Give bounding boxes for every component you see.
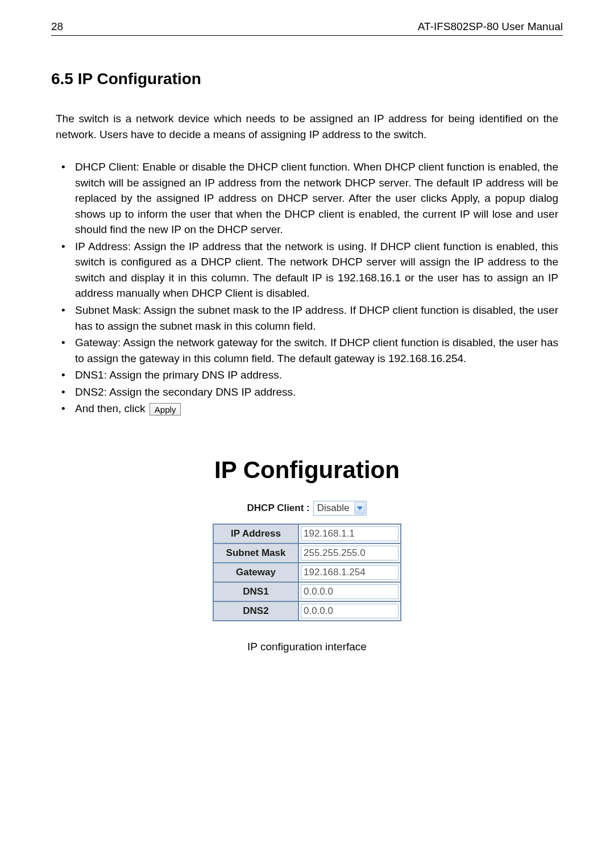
figure-title: IP Configuration — [51, 456, 563, 484]
table-row: DNS1 — [213, 582, 401, 601]
ip-address-label: IP Address — [213, 524, 298, 543]
list-item: And then, click Apply — [56, 401, 558, 417]
dns2-label: DNS2 — [213, 601, 298, 621]
dhcp-client-row: DHCP Client : Disable — [247, 501, 367, 516]
dhcp-client-select[interactable]: Disable — [313, 501, 367, 516]
gateway-label: Gateway — [213, 563, 298, 582]
list-item: DNS2: Assign the secondary DNS IP addres… — [56, 384, 558, 400]
list-item: Subnet Mask: Assign the subnet mask to t… — [56, 302, 558, 334]
figure: IP Configuration DHCP Client : Disable I… — [51, 456, 563, 653]
bullet-list: DHCP Client: Enable or disable the DHCP … — [56, 159, 558, 417]
table-row: IP Address — [213, 524, 401, 543]
chevron-down-icon[interactable] — [354, 502, 366, 514]
gateway-input[interactable] — [301, 565, 399, 580]
intro-paragraph: The switch is a network device which nee… — [56, 111, 558, 142]
subnet-mask-input[interactable] — [301, 546, 399, 560]
manual-title: AT-IFS802SP-80 User Manual — [418, 20, 563, 33]
page-header: 28 AT-IFS802SP-80 User Manual — [51, 20, 563, 36]
dns2-input[interactable] — [301, 604, 399, 618]
list-item: Gateway: Assign the network gateway for … — [56, 335, 558, 366]
subnet-mask-label: Subnet Mask — [213, 543, 298, 563]
ip-config-table: IP Address Subnet Mask Gateway DNS1 DNS2 — [213, 524, 401, 621]
ip-address-input[interactable] — [301, 526, 399, 541]
page-number: 28 — [51, 20, 63, 33]
table-row: Gateway — [213, 563, 401, 582]
list-item: DNS1: Assign the primary DNS IP address. — [56, 367, 558, 383]
apply-button[interactable]: Apply — [150, 403, 181, 416]
table-row: Subnet Mask — [213, 543, 401, 563]
dhcp-client-value: Disable — [314, 502, 354, 514]
list-item: DHCP Client: Enable or disable the DHCP … — [56, 159, 558, 238]
table-row: DNS2 — [213, 601, 401, 621]
section-heading: 6.5 IP Configuration — [51, 70, 563, 88]
dns1-input[interactable] — [301, 584, 399, 599]
list-item: IP Address: Assign the IP address that t… — [56, 239, 558, 301]
dhcp-client-label: DHCP Client : — [247, 502, 310, 514]
figure-caption: IP configuration interface — [51, 641, 563, 653]
list-item-text: And then, click — [75, 402, 146, 414]
dns1-label: DNS1 — [213, 582, 298, 601]
